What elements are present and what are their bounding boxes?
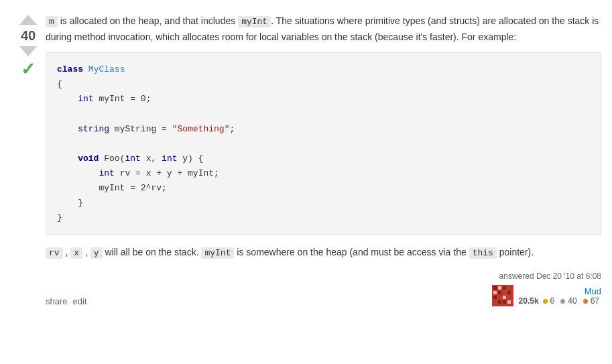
content-column: m is allocated on the heap, and that inc… bbox=[46, 13, 601, 306]
user-card: Mud 20.5k 6 40 67 bbox=[492, 285, 601, 306]
svg-rect-2 bbox=[498, 286, 501, 290]
inline-y: y bbox=[90, 247, 103, 259]
vote-count: 40 bbox=[21, 26, 36, 45]
inline-this: this bbox=[469, 247, 497, 259]
user-rep: 20.5k 6 40 67 bbox=[519, 296, 601, 306]
svg-rect-8 bbox=[507, 291, 511, 294]
inline-myint-2: myInt bbox=[201, 247, 234, 259]
answered-label: answered Dec 20 '10 at 6:08 bbox=[492, 271, 601, 281]
svg-rect-9 bbox=[493, 296, 497, 299]
svg-rect-5 bbox=[493, 291, 497, 294]
bronze-badge-icon bbox=[583, 299, 588, 304]
share-link[interactable]: share bbox=[46, 296, 68, 306]
svg-rect-10 bbox=[498, 296, 501, 299]
inline-m: m bbox=[46, 16, 58, 27]
downvote-button[interactable] bbox=[19, 46, 37, 56]
svg-rect-13 bbox=[493, 300, 497, 304]
accepted-checkmark: ✓ bbox=[21, 60, 36, 78]
user-name-link[interactable]: Mud bbox=[585, 286, 601, 296]
svg-rect-3 bbox=[503, 286, 506, 290]
bronze-badge-count: 67 bbox=[591, 296, 599, 306]
svg-rect-6 bbox=[498, 291, 501, 294]
svg-rect-14 bbox=[498, 300, 501, 304]
silver-badge-count: 40 bbox=[568, 296, 576, 306]
upvote-button[interactable] bbox=[19, 15, 37, 25]
code-block: class MyClass { int myInt = 0; string my… bbox=[46, 52, 601, 235]
answer-text-before: m is allocated on the heap, and that inc… bbox=[46, 13, 601, 44]
footer-actions: share edit bbox=[46, 296, 87, 306]
gold-badge-count: 6 bbox=[550, 296, 555, 306]
svg-rect-16 bbox=[507, 300, 511, 304]
rep-score: 20.5k bbox=[519, 296, 539, 306]
answer-text-after: rv , x , y will all be on the stack. myI… bbox=[46, 245, 601, 261]
inline-x: x bbox=[70, 247, 82, 259]
svg-rect-4 bbox=[507, 286, 511, 290]
svg-rect-15 bbox=[503, 300, 506, 304]
vote-column: 40 ✓ bbox=[11, 13, 46, 306]
inline-rv: rv bbox=[46, 247, 63, 259]
svg-rect-1 bbox=[493, 286, 497, 290]
answer-container: 40 ✓ m is allocated on the heap, and tha… bbox=[0, 7, 612, 313]
inline-myint-1: myInt bbox=[238, 16, 271, 27]
gold-badge-icon bbox=[543, 299, 548, 304]
edit-link[interactable]: edit bbox=[73, 296, 87, 306]
answer-footer: share edit answered Dec 20 '10 at 6:08 bbox=[46, 271, 601, 306]
svg-rect-11 bbox=[503, 296, 506, 299]
svg-rect-7 bbox=[503, 291, 506, 294]
avatar bbox=[492, 285, 513, 306]
answer-meta: answered Dec 20 '10 at 6:08 bbox=[492, 271, 601, 306]
user-info: Mud 20.5k 6 40 67 bbox=[519, 286, 601, 306]
silver-badge-icon bbox=[560, 299, 565, 304]
svg-rect-12 bbox=[507, 296, 511, 299]
